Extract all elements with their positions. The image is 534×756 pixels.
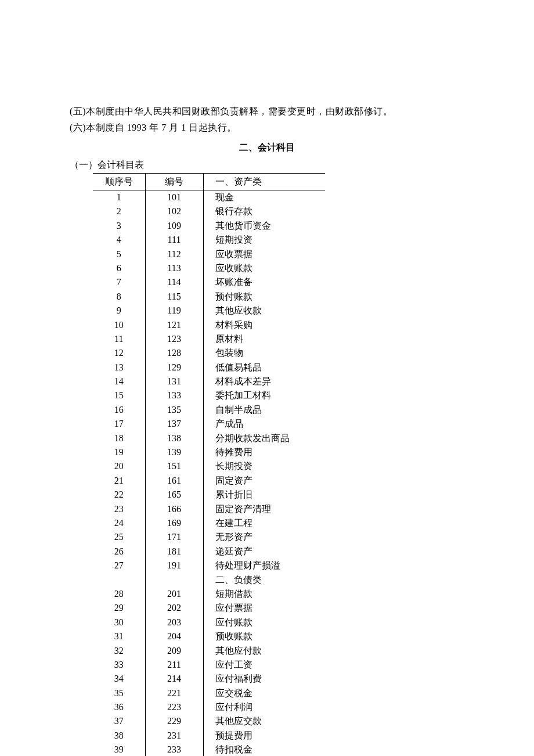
table-row: 16135自制半成品: [93, 403, 325, 417]
cell-seq: 3: [93, 219, 145, 233]
cell-seq: 2: [93, 204, 145, 218]
cell-code: 135: [145, 403, 203, 417]
cell-name: 二、负债类: [203, 573, 325, 587]
cell-seq: 25: [93, 530, 145, 544]
table-row: 33211应付工资: [93, 658, 325, 672]
table-row: 39233待扣税金: [93, 743, 325, 756]
cell-seq: 11: [93, 332, 145, 346]
cell-name: 应收账款: [203, 261, 325, 275]
cell-code: 204: [145, 629, 203, 643]
cell-seq: 39: [93, 743, 145, 756]
cell-code: 101: [145, 190, 203, 205]
cell-seq: 16: [93, 403, 145, 417]
cell-name: 固定资产: [203, 474, 325, 488]
cell-seq: [93, 573, 145, 587]
table-row: 13129低值易耗品: [93, 361, 325, 375]
cell-name: 包装物: [203, 346, 325, 360]
cell-code: 121: [145, 318, 203, 332]
paragraph-six: (六)本制度自 1993 年 7 月 1 日起执行。: [70, 121, 464, 135]
table-row: 15133委托加工材料: [93, 388, 325, 402]
cell-seq: 38: [93, 729, 145, 743]
cell-name: 材料成本差异: [203, 375, 325, 388]
cell-code: 221: [145, 686, 203, 700]
cell-code: 231: [145, 729, 203, 743]
header-seq: 顺序号: [93, 174, 145, 190]
cell-name: 预付账款: [203, 290, 325, 304]
cell-code: 113: [145, 261, 203, 275]
cell-code: 181: [145, 545, 203, 559]
cell-seq: 15: [93, 388, 145, 402]
cell-code: 128: [145, 346, 203, 360]
cell-seq: 21: [93, 474, 145, 488]
table-row: 30203应付账款: [93, 615, 325, 629]
table-row: 17137产成品: [93, 417, 325, 431]
subsection-heading: （一）会计科目表: [70, 158, 464, 172]
cell-seq: 7: [93, 275, 145, 289]
cell-code: 139: [145, 445, 203, 459]
cell-seq: 32: [93, 644, 145, 658]
cell-code: 161: [145, 474, 203, 488]
cell-name: 其他应付款: [203, 644, 325, 658]
cell-code: 151: [145, 459, 203, 473]
cell-code: 115: [145, 290, 203, 304]
table-row: 9119其他应收款: [93, 304, 325, 318]
table-row: 35221应交税金: [93, 686, 325, 700]
cell-name: 预收账款: [203, 629, 325, 643]
cell-name: 待处理财产损溢: [203, 559, 325, 573]
table-row: 28201短期借款: [93, 587, 325, 601]
cell-seq: 14: [93, 375, 145, 388]
cell-name: 其他货币资金: [203, 219, 325, 233]
cell-seq: 6: [93, 261, 145, 275]
cell-seq: 27: [93, 559, 145, 573]
cell-name: 低值易耗品: [203, 361, 325, 375]
cell-code: 169: [145, 516, 203, 530]
table-row: 3109其他货币资金: [93, 219, 325, 233]
cell-name: 应付福利费: [203, 672, 325, 686]
cell-name: 应付票据: [203, 601, 325, 615]
table-row: 36223应付利润: [93, 700, 325, 714]
table-row: 21161固定资产: [93, 474, 325, 488]
table-row: 25171无形资产: [93, 530, 325, 544]
cell-seq: 12: [93, 346, 145, 360]
table-row: 12128包装物: [93, 346, 325, 360]
cell-code: 201: [145, 587, 203, 601]
table-row: 34214应付福利费: [93, 672, 325, 686]
cell-code: 214: [145, 672, 203, 686]
table-row: 14131材料成本差异: [93, 375, 325, 388]
cell-seq: 26: [93, 545, 145, 559]
cell-code: 131: [145, 375, 203, 388]
table-row: 11123原材料: [93, 332, 325, 346]
cell-seq: 22: [93, 488, 145, 502]
cell-seq: 10: [93, 318, 145, 332]
cell-name: 预提费用: [203, 729, 325, 743]
cell-name: 应付账款: [203, 615, 325, 629]
table-row: 29202应付票据: [93, 601, 325, 615]
cell-code: [145, 573, 203, 587]
cell-name: 在建工程: [203, 516, 325, 530]
cell-name: 应收票据: [203, 247, 325, 261]
cell-name: 固定资产清理: [203, 502, 325, 516]
cell-code: 166: [145, 502, 203, 516]
table-row: 32209其他应付款: [93, 644, 325, 658]
cell-name: 分期收款发出商品: [203, 431, 325, 445]
table-row: 26181递延资产: [93, 545, 325, 559]
cell-name: 递延资产: [203, 545, 325, 559]
cell-code: 171: [145, 530, 203, 544]
cell-seq: 17: [93, 417, 145, 431]
cell-name: 其他应收款: [203, 304, 325, 318]
table-row: 4111短期投资: [93, 233, 325, 247]
table-row: 24169在建工程: [93, 516, 325, 530]
cell-code: 229: [145, 714, 203, 728]
cell-name: 坏账准备: [203, 275, 325, 289]
table-row: 37229其他应交款: [93, 714, 325, 728]
table-row: 23166固定资产清理: [93, 502, 325, 516]
cell-seq: 37: [93, 714, 145, 728]
table-row: 10121材料采购: [93, 318, 325, 332]
cell-code: 137: [145, 417, 203, 431]
table-row: 8115预付账款: [93, 290, 325, 304]
cell-code: 102: [145, 204, 203, 218]
cell-name: 无形资产: [203, 530, 325, 544]
account-table-wrap: 顺序号 编号 一、资产类 1101现金2102银行存款3109其他货币资金411…: [93, 173, 464, 756]
cell-name: 应付利润: [203, 700, 325, 714]
cell-name: 委托加工材料: [203, 388, 325, 402]
